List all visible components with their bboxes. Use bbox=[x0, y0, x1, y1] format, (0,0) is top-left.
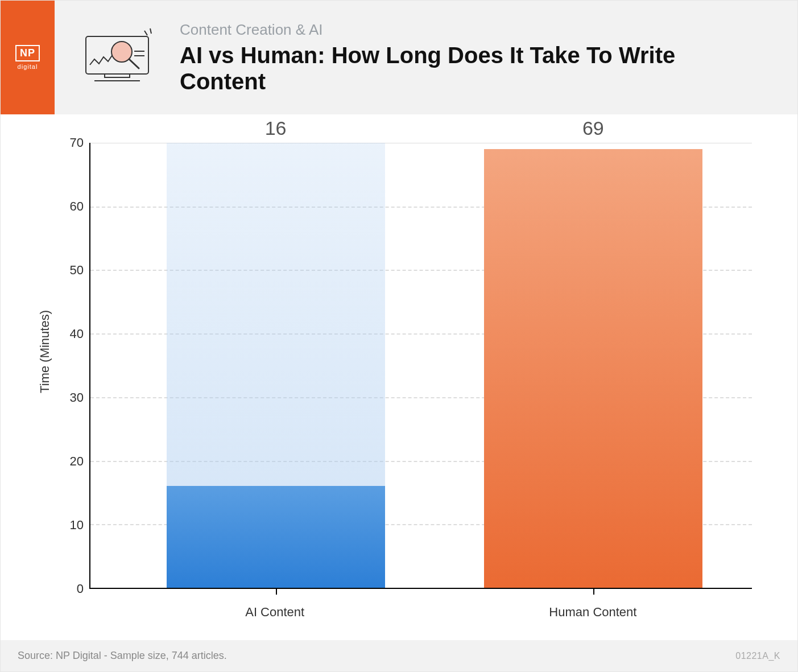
y-tick-label: 10 bbox=[70, 518, 84, 533]
svg-line-8 bbox=[150, 28, 151, 34]
x-tick-label: AI Content bbox=[245, 605, 304, 620]
svg-line-4 bbox=[129, 59, 139, 68]
header-illustration-icon bbox=[72, 23, 168, 92]
chart-plot: 010203040506070 1669 bbox=[55, 143, 752, 589]
x-axis-labels: AI ContentHuman Content bbox=[89, 589, 752, 629]
y-tick-label: 0 bbox=[77, 582, 84, 596]
bar-fill bbox=[167, 486, 385, 588]
y-tick-label: 60 bbox=[70, 199, 84, 214]
page-title: AI vs Human: How Long Does It Take To Wr… bbox=[180, 42, 692, 94]
footer-code: 01221A_K bbox=[735, 651, 780, 661]
bar-ai-content: 16 bbox=[167, 143, 385, 588]
chart-area: Time (Minutes) 010203040506070 1669 AI C… bbox=[1, 114, 797, 640]
y-axis-ticks: 010203040506070 bbox=[55, 143, 89, 589]
svg-line-7 bbox=[144, 31, 147, 35]
brand-logo: NP digital bbox=[1, 1, 55, 114]
header: NP digital Content Creation & AI AI vs H… bbox=[1, 1, 797, 114]
chart-grid: 1669 bbox=[89, 143, 752, 589]
y-tick-label: 30 bbox=[70, 390, 84, 405]
y-axis-label: Time (Minutes) bbox=[35, 310, 55, 393]
svg-rect-1 bbox=[105, 74, 130, 77]
bar-human-content: 69 bbox=[484, 143, 702, 588]
brand-logo-text: NP bbox=[15, 45, 40, 61]
x-tick-label: Human Content bbox=[549, 605, 636, 620]
y-tick-label: 20 bbox=[70, 454, 84, 469]
eyebrow-text: Content Creation & AI bbox=[180, 21, 692, 39]
y-tick-label: 40 bbox=[70, 327, 84, 341]
bar-value-label: 16 bbox=[167, 117, 385, 139]
brand-logo-sub: digital bbox=[15, 63, 40, 70]
bar-value-label: 69 bbox=[484, 117, 702, 139]
footer: Source: NP Digital - Sample size, 744 ar… bbox=[1, 640, 797, 671]
y-tick-label: 50 bbox=[70, 263, 84, 278]
bar-fill bbox=[484, 149, 702, 588]
header-titles: Content Creation & AI AI vs Human: How L… bbox=[180, 21, 714, 94]
footer-source: Source: NP Digital - Sample size, 744 ar… bbox=[18, 650, 227, 662]
y-tick-label: 70 bbox=[70, 135, 84, 150]
